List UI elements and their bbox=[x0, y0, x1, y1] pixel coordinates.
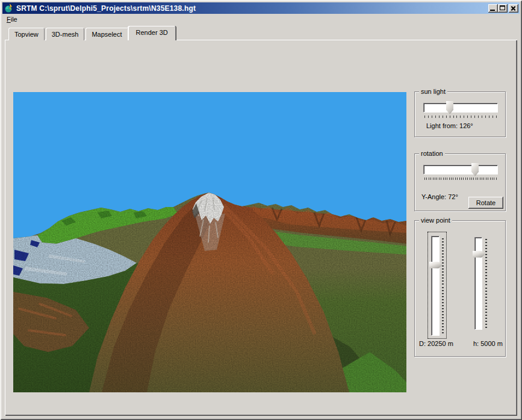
tab-3d-mesh[interactable]: 3D-mesh bbox=[46, 28, 85, 40]
height-ticks bbox=[485, 239, 487, 328]
distance-slider bbox=[429, 236, 443, 336]
distance-caption: D: 20250 m bbox=[419, 340, 453, 347]
tab-page-render-3d: sun light Light from: 126° rotation Y-An… bbox=[5, 40, 517, 416]
height-slider bbox=[473, 237, 485, 330]
tab-render-3d[interactable]: Render 3D bbox=[128, 26, 176, 40]
group-view-point-title: view point bbox=[419, 217, 452, 224]
menu-item-file[interactable]: File bbox=[4, 14, 22, 23]
distance-slider-thumb[interactable] bbox=[429, 262, 443, 268]
terrain-render bbox=[13, 92, 406, 392]
sunlight-slider bbox=[423, 101, 498, 114]
maximize-icon bbox=[500, 5, 505, 10]
tab-mapselect[interactable]: Mapselect bbox=[85, 28, 128, 40]
rotation-slider-thumb[interactable] bbox=[471, 163, 479, 176]
tab-strip: Topview 3D-mesh Mapselect Render 3D bbox=[8, 26, 176, 40]
minimize-icon bbox=[490, 10, 495, 11]
menu-bar: File bbox=[2, 14, 520, 26]
close-icon bbox=[509, 4, 518, 13]
sunlight-slider-thumb[interactable] bbox=[446, 101, 453, 114]
sunlight-ticks bbox=[424, 116, 497, 118]
group-sun-light-title: sun light bbox=[419, 88, 447, 96]
group-rotation-title: rotation bbox=[419, 150, 445, 158]
title-bar[interactable]: SRTM C:\sprut\Delphi5_Projects\srtm\N35E… bbox=[2, 2, 520, 14]
maximize-button[interactable] bbox=[498, 4, 508, 13]
height-slider-thumb[interactable] bbox=[473, 251, 485, 258]
app-icon bbox=[4, 4, 14, 13]
height-caption: h: 5000 m bbox=[473, 340, 503, 347]
rotation-caption: Y-Angle: 72° bbox=[421, 193, 458, 200]
rotation-slider bbox=[423, 163, 498, 176]
window-title: SRTM C:\sprut\Delphi5_Projects\srtm\N35E… bbox=[16, 4, 196, 13]
tab-topview[interactable]: Topview bbox=[8, 28, 45, 40]
minimize-button[interactable] bbox=[488, 4, 498, 13]
close-button[interactable] bbox=[509, 4, 518, 13]
group-sun-light: sun light bbox=[414, 91, 506, 137]
rotation-ticks bbox=[424, 178, 497, 180]
distance-ticks bbox=[442, 238, 444, 333]
rotate-button[interactable]: Rotate bbox=[468, 197, 503, 209]
sunlight-caption: Light from: 126° bbox=[426, 122, 473, 129]
app-window: SRTM C:\sprut\Delphi5_Projects\srtm\N35E… bbox=[0, 0, 522, 420]
render-view bbox=[13, 92, 406, 392]
